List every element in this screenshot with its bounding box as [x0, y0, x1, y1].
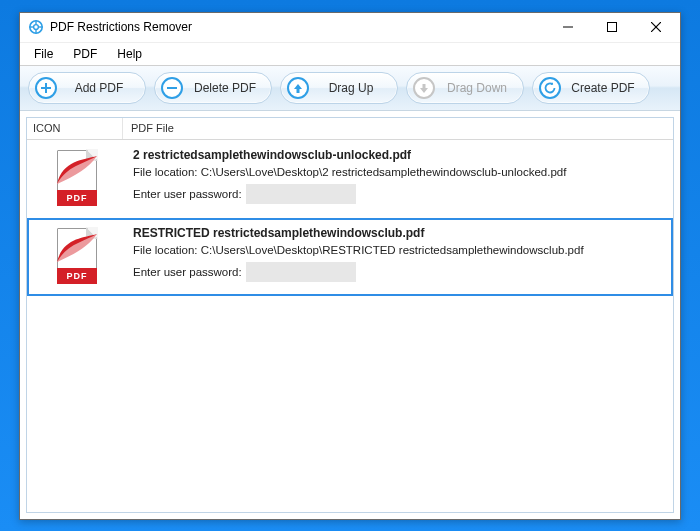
file-location: File location: C:\Users\Love\Desktop\RES… [133, 244, 663, 256]
drag-up-button[interactable]: Drag Up [280, 72, 398, 104]
window-controls [546, 13, 678, 42]
delete-pdf-button[interactable]: Delete PDF [154, 72, 272, 104]
maximize-button[interactable] [590, 13, 634, 41]
table-row[interactable]: PDF 2 restrictedsamplethewindowsclub-unl… [27, 140, 673, 218]
column-icon-header[interactable]: ICON [27, 118, 123, 139]
pdf-file-icon: PDF [29, 224, 125, 286]
window-title: PDF Restrictions Remover [50, 20, 546, 34]
password-label: Enter user password: [133, 188, 242, 200]
pdf-badge: PDF [57, 190, 97, 206]
password-input[interactable] [246, 262, 356, 282]
file-location: File location: C:\Users\Love\Desktop\2 r… [133, 166, 663, 178]
menu-pdf[interactable]: PDF [65, 45, 105, 63]
minus-icon [161, 77, 183, 99]
drag-down-label: Drag Down [445, 81, 509, 95]
drag-up-label: Drag Up [319, 81, 383, 95]
svg-rect-7 [608, 22, 617, 31]
menu-bar: File PDF Help [20, 43, 680, 65]
column-file-header[interactable]: PDF File [123, 118, 673, 139]
add-pdf-label: Add PDF [67, 81, 131, 95]
refresh-icon [539, 77, 561, 99]
menu-file[interactable]: File [26, 45, 61, 63]
password-input[interactable] [246, 184, 356, 204]
create-pdf-label: Create PDF [571, 81, 635, 95]
file-list-panel: ICON PDF File PDF 2 restrictedsamplethew… [26, 117, 674, 513]
pdf-badge: PDF [57, 268, 97, 284]
rows-container: PDF 2 restrictedsamplethewindowsclub-unl… [27, 140, 673, 512]
pdf-file-icon: PDF [29, 146, 125, 208]
app-icon [28, 19, 44, 35]
add-pdf-button[interactable]: Add PDF [28, 72, 146, 104]
app-window: PDF Restrictions Remover File PDF Help A… [19, 12, 681, 520]
arrow-down-icon [413, 77, 435, 99]
arrow-up-icon [287, 77, 309, 99]
title-bar[interactable]: PDF Restrictions Remover [20, 13, 680, 43]
toolbar: Add PDF Delete PDF Drag Up Drag Down [20, 65, 680, 111]
file-name: RESTRICTED restrictedsamplethewindowsclu… [133, 226, 663, 240]
minimize-button[interactable] [546, 13, 590, 41]
drag-down-button: Drag Down [406, 72, 524, 104]
column-headers: ICON PDF File [27, 118, 673, 140]
create-pdf-button[interactable]: Create PDF [532, 72, 650, 104]
svg-point-1 [34, 25, 39, 30]
menu-help[interactable]: Help [109, 45, 150, 63]
delete-pdf-label: Delete PDF [193, 81, 257, 95]
plus-icon [35, 77, 57, 99]
file-name: 2 restrictedsamplethewindowsclub-unlocke… [133, 148, 663, 162]
password-label: Enter user password: [133, 266, 242, 278]
close-button[interactable] [634, 13, 678, 41]
table-row[interactable]: PDF RESTRICTED restrictedsamplethewindow… [27, 218, 673, 296]
